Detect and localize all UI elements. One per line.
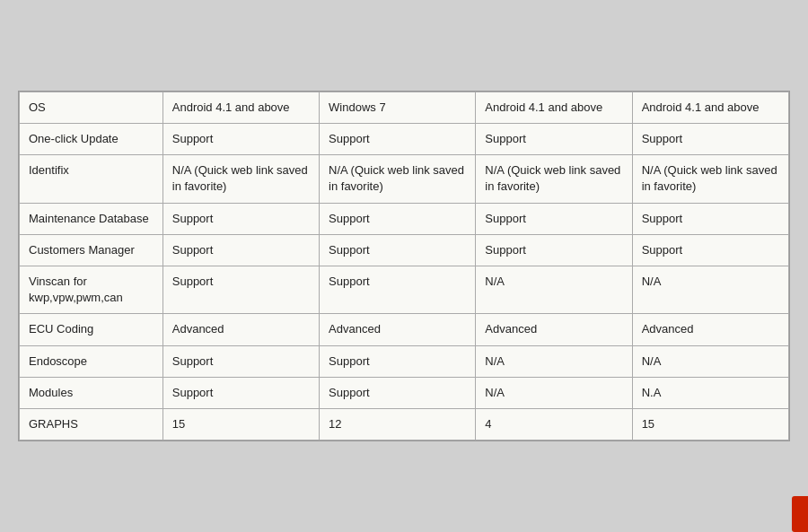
table-row: ECU CodingAdvancedAdvancedAdvancedAdvanc… — [20, 314, 789, 345]
table-row: IdentifixN/A (Quick web link saved in fa… — [20, 155, 789, 203]
col1-cell: Support — [162, 266, 319, 314]
col2-cell: Support — [320, 377, 476, 408]
col3-cell: 4 — [476, 408, 632, 440]
table-row: Vinscan for kwp,vpw,pwm,canSupportSuppor… — [20, 266, 789, 314]
col4-cell: Android 4.1 and above — [632, 92, 788, 123]
table-row: ModulesSupportSupportN/AN.A — [20, 377, 789, 408]
col2-cell: Windows 7 — [320, 92, 476, 123]
feature-cell: Identifix — [20, 155, 163, 203]
red-bar — [792, 496, 808, 532]
feature-cell: Vinscan for kwp,vpw,pwm,can — [20, 266, 163, 314]
col2-cell: N/A (Quick web link saved in favorite) — [320, 155, 476, 203]
feature-cell: Maintenance Database — [20, 203, 163, 234]
col1-cell: Support — [162, 124, 319, 155]
table-row: GRAPHS1512415 — [20, 408, 789, 440]
col1-cell: Support — [162, 345, 319, 377]
col4-cell: N/A — [632, 345, 788, 377]
feature-cell: Endoscope — [20, 345, 163, 377]
col4-cell: N/A — [632, 266, 788, 314]
col4-cell: Support — [632, 234, 788, 266]
col4-cell: 15 — [632, 408, 788, 440]
col3-cell: Support — [476, 203, 632, 234]
feature-cell: Customers Manager — [20, 234, 163, 266]
col2-cell: 12 — [320, 408, 476, 440]
col2-cell: Advanced — [320, 314, 476, 345]
feature-cell: One-click Update — [20, 124, 163, 155]
col1-cell: Support — [162, 234, 319, 266]
col4-cell: Support — [632, 203, 788, 234]
col2-cell: Support — [320, 203, 476, 234]
col4-cell: N/A (Quick web link saved in favorite) — [632, 155, 788, 203]
col1-cell: Support — [162, 203, 319, 234]
col4-cell: Advanced — [632, 314, 788, 345]
col1-cell: Support — [162, 377, 319, 408]
col2-cell: Support — [320, 124, 476, 155]
col1-cell: N/A (Quick web link saved in favorite) — [162, 155, 319, 203]
col4-cell: N.A — [632, 377, 788, 408]
feature-cell: Modules — [20, 377, 163, 408]
col1-cell: Advanced — [162, 314, 319, 345]
table-row: Maintenance DatabaseSupportSupportSuppor… — [20, 203, 789, 234]
col2-cell: Support — [320, 266, 476, 314]
col1-cell: 15 — [162, 408, 319, 440]
comparison-table: OSAndroid 4.1 and aboveWindows 7Android … — [19, 92, 789, 440]
col3-cell: Support — [476, 234, 632, 266]
col3-cell: N/A — [476, 377, 632, 408]
col2-cell: Support — [320, 234, 476, 266]
col3-cell: N/A — [476, 345, 632, 377]
col1-cell: Android 4.1 and above — [162, 92, 319, 123]
feature-cell: OS — [20, 92, 163, 123]
col3-cell: N/A — [476, 266, 632, 314]
col3-cell: Android 4.1 and above — [476, 92, 632, 123]
table-row: Customers ManagerSupportSupportSupportSu… — [20, 234, 789, 266]
table-row: One-click UpdateSupportSupportSupportSup… — [20, 124, 789, 155]
col3-cell: N/A (Quick web link saved in favorite) — [476, 155, 632, 203]
table-row: OSAndroid 4.1 and aboveWindows 7Android … — [20, 92, 789, 123]
feature-cell: ECU Coding — [20, 314, 163, 345]
col3-cell: Advanced — [476, 314, 632, 345]
table-row: EndoscopeSupportSupportN/AN/A — [20, 345, 789, 377]
col2-cell: Support — [320, 345, 476, 377]
col3-cell: Support — [476, 124, 632, 155]
col4-cell: Support — [632, 124, 788, 155]
feature-cell: GRAPHS — [20, 408, 163, 440]
comparison-table-wrapper: OSAndroid 4.1 and aboveWindows 7Android … — [18, 91, 790, 441]
